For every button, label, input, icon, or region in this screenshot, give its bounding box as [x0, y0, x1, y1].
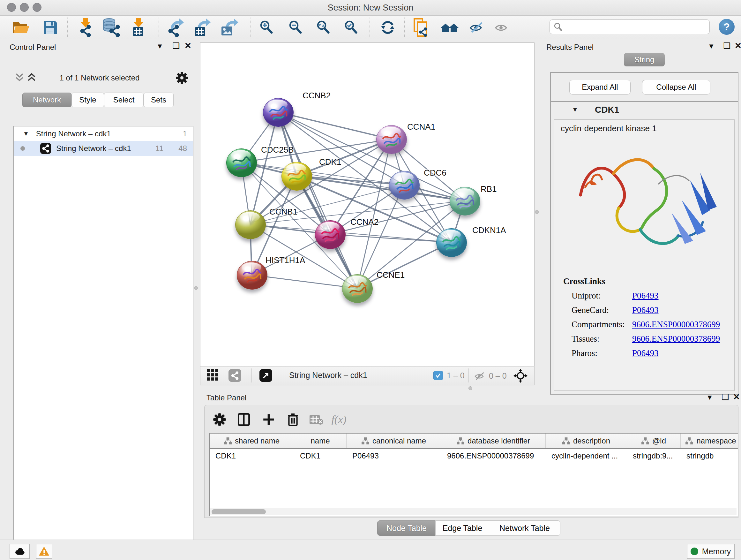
hide-selected-icon[interactable]: [467, 18, 486, 37]
tab-select[interactable]: Select: [104, 92, 144, 107]
table-options-gear-icon[interactable]: [212, 412, 227, 428]
zoom-selected-icon[interactable]: [342, 18, 360, 37]
import-network-database-icon[interactable]: [102, 18, 121, 37]
table-cell[interactable]: stringdb:9...: [627, 449, 681, 463]
crosslink-link[interactable]: P06493: [632, 305, 659, 315]
close-panel-icon[interactable]: ✕: [735, 42, 741, 50]
zoom-fit-icon[interactable]: [314, 18, 333, 37]
toolbar-separator: [404, 17, 405, 37]
add-column-icon[interactable]: [261, 412, 277, 428]
network-node-rb1[interactable]: [450, 187, 480, 215]
float-panel-icon[interactable]: ❑: [722, 393, 729, 401]
network-row-selected[interactable]: String Network – cdk1 11 48: [14, 141, 193, 156]
tab-edge-table[interactable]: Edge Table: [435, 520, 489, 536]
expand-all-networks-icon[interactable]: [27, 73, 37, 83]
warnings-button[interactable]: [36, 544, 52, 559]
right-splitter-handle[interactable]: [535, 210, 539, 214]
network-node-cdkn1a[interactable]: [436, 228, 467, 257]
float-panel-icon[interactable]: ❑: [723, 42, 731, 50]
export-network-icon[interactable]: [166, 18, 185, 37]
column-header-namespace[interactable]: namespace: [681, 434, 738, 448]
table-cell[interactable]: P06493: [347, 449, 441, 463]
float-panel-icon[interactable]: ❑: [172, 42, 180, 50]
left-splitter-handle[interactable]: [194, 286, 198, 290]
collapse-triangle-icon[interactable]: ▼: [23, 130, 29, 137]
detach-view-icon[interactable]: [259, 369, 272, 382]
tab-network[interactable]: Network: [22, 92, 71, 107]
delete-table-icon[interactable]: [309, 412, 325, 428]
crosslink-link[interactable]: P06493: [632, 291, 659, 301]
network-node-ccna1[interactable]: [376, 125, 407, 154]
save-session-icon[interactable]: [41, 18, 59, 37]
network-node-cdc25b[interactable]: [226, 148, 257, 177]
column-header-canonical-name[interactable]: canonical name: [347, 434, 441, 448]
help-icon[interactable]: ?: [719, 19, 735, 35]
function-builder-icon[interactable]: f(x): [331, 412, 347, 428]
memory-button[interactable]: Memory: [687, 544, 735, 559]
birds-eye-navigator-icon[interactable]: [513, 368, 528, 383]
network-node-ccnb1[interactable]: [235, 210, 266, 239]
crosslink-link[interactable]: P06493: [632, 348, 659, 358]
column-header--id[interactable]: @id: [627, 434, 681, 448]
grid-view-icon[interactable]: [207, 369, 218, 381]
column-header-name[interactable]: name: [294, 434, 347, 448]
export-image-icon[interactable]: [220, 18, 239, 37]
network-options-gear-icon[interactable]: [176, 71, 188, 84]
panel-menu-icon[interactable]: ▼: [706, 393, 713, 401]
network-node-ccna2[interactable]: [315, 220, 346, 249]
horizontal-scrollbar[interactable]: [210, 508, 737, 515]
table-cell[interactable]: stringdb: [681, 449, 738, 463]
select-columns-icon[interactable]: [236, 412, 252, 428]
column-header-shared-name[interactable]: shared name: [210, 434, 294, 448]
cloud-button[interactable]: [10, 544, 30, 559]
search-input[interactable]: [564, 21, 710, 33]
close-panel-icon[interactable]: ✕: [733, 393, 740, 401]
selected-nodes-indicator[interactable]: 1 – 0: [433, 371, 465, 380]
delete-column-icon[interactable]: [285, 412, 301, 428]
column-header-description[interactable]: description: [546, 434, 627, 448]
export-table-icon[interactable]: [193, 18, 212, 37]
close-panel-icon[interactable]: ✕: [185, 42, 192, 50]
table-cell[interactable]: CDK1: [294, 449, 347, 463]
column-header-database-identifier[interactable]: database identifier: [441, 434, 546, 448]
collapse-all-networks-icon[interactable]: [15, 73, 24, 83]
crosslink-row: Uniprot:P06493: [571, 291, 734, 301]
collapse-triangle-icon[interactable]: ▼: [572, 106, 578, 113]
zoom-in-icon[interactable]: [257, 18, 276, 37]
tab-string[interactable]: String: [624, 53, 665, 66]
table-cell[interactable]: 9606.ENSP00000378699: [441, 449, 546, 463]
import-table-file-icon[interactable]: [129, 18, 147, 37]
zoom-out-icon[interactable]: [286, 18, 305, 37]
table-cell[interactable]: cyclin-dependent ...: [546, 449, 627, 463]
tab-node-table[interactable]: Node Table: [377, 520, 436, 536]
network-node-cdc6[interactable]: [389, 171, 420, 199]
network-type-icon[interactable]: [228, 369, 241, 382]
scrollbar-thumb[interactable]: [212, 509, 266, 514]
network-node-ccnb2[interactable]: [263, 98, 293, 127]
gene-section-header[interactable]: ▼ CDK1: [551, 102, 738, 119]
hidden-nodes-indicator[interactable]: 0 – 0: [474, 371, 507, 381]
tab-sets[interactable]: Sets: [144, 92, 174, 107]
refresh-view-icon[interactable]: [379, 18, 397, 37]
network-node-cdk1[interactable]: [281, 162, 312, 191]
network-view-canvas[interactable]: CCNB2CCNA1CDC25BCDK1CDC6RB1CCNB1CCNA2CDK…: [200, 43, 535, 367]
network-node-hist1h1a[interactable]: [237, 261, 267, 290]
show-all-icon[interactable]: [492, 18, 511, 37]
new-session-from-selection-icon[interactable]: [411, 18, 429, 37]
expand-all-button[interactable]: Expand All: [569, 80, 630, 95]
panel-menu-icon[interactable]: ▼: [156, 42, 163, 51]
tab-network-table[interactable]: Network Table: [489, 520, 560, 536]
network-node-ccne1[interactable]: [342, 274, 373, 303]
home-icon[interactable]: [441, 18, 459, 37]
crosslink-link[interactable]: 9606.ENSP00000378699: [632, 320, 720, 329]
tab-style[interactable]: Style: [71, 92, 104, 107]
collapse-all-button[interactable]: Collapse All: [642, 80, 711, 95]
table-cell[interactable]: CDK1: [210, 449, 294, 463]
bottom-splitter-handle[interactable]: [468, 386, 472, 390]
open-session-icon[interactable]: [12, 18, 30, 37]
panel-menu-icon[interactable]: ▼: [708, 42, 715, 51]
crosslink-link[interactable]: 9606.ENSP00000378699: [632, 334, 720, 344]
table-row[interactable]: CDK1CDK1P064939606.ENSP00000378699cyclin…: [210, 449, 738, 463]
import-network-file-icon[interactable]: [76, 18, 94, 37]
network-collection-row[interactable]: ▼ String Network – cdk1 1: [14, 126, 193, 141]
